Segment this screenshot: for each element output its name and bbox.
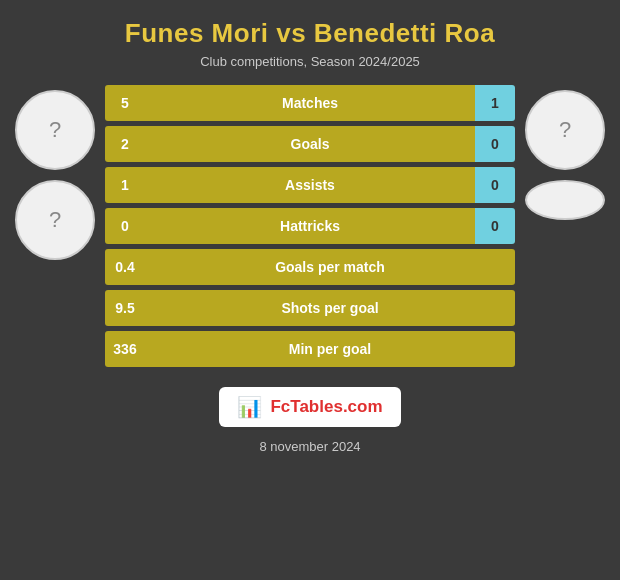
stat-left-value: 2 xyxy=(105,126,145,162)
stat-left-value: 1 xyxy=(105,167,145,203)
stat-row-hattricks: 0Hattricks0 xyxy=(105,208,515,244)
stat-left-value: 0 xyxy=(105,208,145,244)
logo-box: 📊 FcTables.com xyxy=(219,387,400,427)
stat-right-value: 0 xyxy=(475,167,515,203)
page-title: Funes Mori vs Benedetti Roa xyxy=(10,18,610,49)
page-header: Funes Mori vs Benedetti Roa Club competi… xyxy=(0,0,620,75)
stat-left-value: 9.5 xyxy=(105,290,145,326)
logo-chart-icon: 📊 xyxy=(237,395,262,419)
stat-left-value: 336 xyxy=(105,331,145,367)
avatar-player2-bottom xyxy=(525,180,605,220)
avatar-placeholder2: ? xyxy=(49,207,61,233)
avatar-player2-top: ? xyxy=(525,90,605,170)
main-content: ? ? 5Matches12Goals01Assists00Hattricks0… xyxy=(0,75,620,377)
stat-label: Min per goal xyxy=(145,331,515,367)
right-avatars: ? xyxy=(525,90,605,220)
stat-row-goals-per-match: 0.4Goals per match xyxy=(105,249,515,285)
logo-tables: Tables.com xyxy=(290,397,382,416)
stat-row-assists: 1Assists0 xyxy=(105,167,515,203)
stat-left-value: 5 xyxy=(105,85,145,121)
stat-right-value: 0 xyxy=(475,126,515,162)
stat-row-goals: 2Goals0 xyxy=(105,126,515,162)
stat-row-min-per-goal: 336Min per goal xyxy=(105,331,515,367)
stat-label: Shots per goal xyxy=(145,290,515,326)
stat-label: Matches xyxy=(145,85,475,121)
stat-label: Goals per match xyxy=(145,249,515,285)
logo-section: 📊 FcTables.com xyxy=(219,387,400,427)
stats-container: 5Matches12Goals01Assists00Hattricks00.4G… xyxy=(105,85,515,367)
avatar-placeholder: ? xyxy=(49,117,61,143)
avatar-player1-bottom: ? xyxy=(15,180,95,260)
logo-text: FcTables.com xyxy=(270,397,382,417)
stat-label: Goals xyxy=(145,126,475,162)
avatar-placeholder3: ? xyxy=(559,117,571,143)
stat-left-value: 0.4 xyxy=(105,249,145,285)
stat-right-value: 1 xyxy=(475,85,515,121)
footer-date: 8 november 2024 xyxy=(259,439,360,454)
stat-row-shots-per-goal: 9.5Shots per goal xyxy=(105,290,515,326)
stat-right-value: 0 xyxy=(475,208,515,244)
page-subtitle: Club competitions, Season 2024/2025 xyxy=(10,54,610,69)
stat-row-matches: 5Matches1 xyxy=(105,85,515,121)
stat-label: Hattricks xyxy=(145,208,475,244)
left-avatars: ? ? xyxy=(15,90,95,260)
logo-fc: Fc xyxy=(270,397,290,416)
stat-label: Assists xyxy=(145,167,475,203)
avatar-player1-top: ? xyxy=(15,90,95,170)
